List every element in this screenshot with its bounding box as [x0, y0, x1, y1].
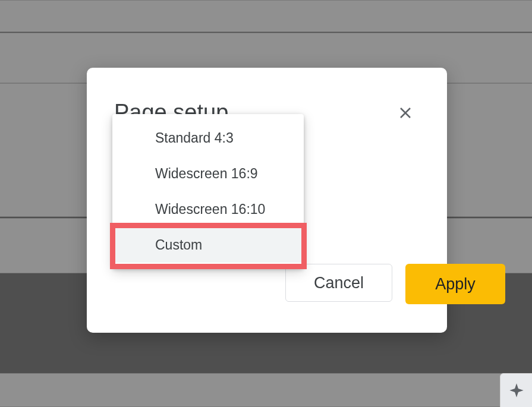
sparkle-icon: [508, 382, 525, 399]
page-size-option-widescreen-16-10[interactable]: Widescreen 16:10: [112, 191, 304, 227]
page-size-option-custom[interactable]: Custom: [112, 227, 304, 263]
option-label: Standard 4:3: [155, 130, 234, 146]
page-size-option-standard-4-3[interactable]: Standard 4:3: [112, 120, 304, 156]
option-label: Custom: [155, 237, 202, 253]
page-size-option-widescreen-16-9[interactable]: Widescreen 16:9: [112, 156, 304, 191]
option-label: Widescreen 16:9: [155, 166, 258, 182]
page-size-dropdown: Standard 4:3 Widescreen 16:9 Widescreen …: [112, 114, 304, 269]
apply-button[interactable]: Apply: [405, 264, 505, 304]
cancel-button[interactable]: Cancel: [285, 264, 392, 302]
cancel-button-label: Cancel: [314, 274, 364, 292]
close-icon: [398, 106, 413, 120]
help-sparkle-button[interactable]: [500, 373, 532, 407]
close-button[interactable]: [396, 103, 415, 122]
option-label: Widescreen 16:10: [155, 201, 265, 217]
apply-button-label: Apply: [435, 275, 476, 294]
